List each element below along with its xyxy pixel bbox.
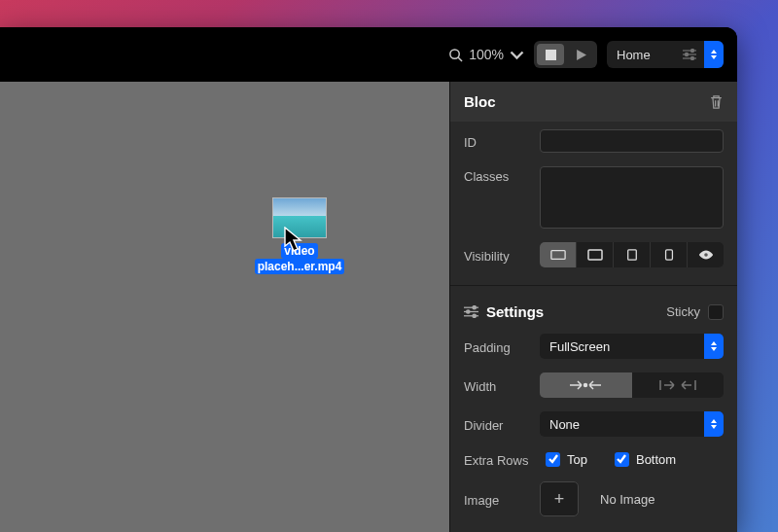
bottom-checkbox[interactable]: Bottom xyxy=(615,452,676,467)
width-row: Width xyxy=(464,372,724,398)
svg-point-9 xyxy=(690,56,693,59)
svg-point-14 xyxy=(704,253,708,257)
settings-sliders-icon xyxy=(464,305,478,318)
image-label: Image xyxy=(464,490,528,508)
dragged-file[interactable]: video placeh...er.mp4 xyxy=(246,197,353,274)
inspector-sidebar: Bloc ID Classes Visibility xyxy=(449,82,737,532)
id-label: ID xyxy=(464,132,528,150)
classes-label: Classes xyxy=(464,166,528,184)
sticky-checkbox[interactable] xyxy=(708,304,724,320)
svg-point-21 xyxy=(584,384,587,387)
visibility-row: Visibility xyxy=(464,242,724,267)
sticky-label: Sticky xyxy=(666,304,700,319)
settings-sliders-icon xyxy=(683,49,696,60)
vis-phone[interactable] xyxy=(651,242,688,267)
content-area: video placeh...er.mp4 Bloc ID Classes xyxy=(0,82,737,532)
image-well[interactable]: + xyxy=(540,481,579,516)
svg-point-20 xyxy=(473,314,476,317)
width-outward[interactable] xyxy=(632,372,725,398)
panel-title: Bloc xyxy=(464,93,496,110)
svg-rect-10 xyxy=(550,251,564,260)
svg-rect-2 xyxy=(546,50,556,60)
width-label: Width xyxy=(464,376,528,394)
id-input[interactable] xyxy=(540,129,724,153)
padding-row: Padding FullScreen xyxy=(464,334,724,359)
svg-rect-11 xyxy=(588,250,602,260)
divider-label: Divider xyxy=(464,415,528,433)
zoom-control[interactable]: 100% xyxy=(448,47,524,62)
bloc-panel: ID Classes Visibility xyxy=(450,122,737,532)
stop-button[interactable] xyxy=(537,44,564,65)
image-row: Image + No Image xyxy=(464,481,724,516)
page-selector[interactable]: Home xyxy=(607,41,724,68)
checkbox-checked-icon xyxy=(615,452,629,467)
settings-title: Settings xyxy=(486,303,544,320)
stepper-arrows-icon xyxy=(704,41,724,68)
svg-rect-12 xyxy=(627,250,636,260)
svg-line-1 xyxy=(459,57,463,61)
checkbox-checked-icon xyxy=(546,452,560,467)
visibility-segment xyxy=(540,242,724,267)
image-value: No Image xyxy=(600,492,654,507)
padding-label: Padding xyxy=(464,337,528,355)
app-window: 100% Home video xyxy=(0,27,737,532)
divider-select[interactable]: None xyxy=(540,411,724,437)
settings-header: Settings Sticky xyxy=(464,303,724,320)
classes-input[interactable] xyxy=(540,166,724,229)
canvas[interactable]: video placeh...er.mp4 xyxy=(0,82,449,532)
vis-tablet-landscape[interactable] xyxy=(577,242,614,267)
preview-mode-segment xyxy=(534,41,597,68)
trash-icon[interactable] xyxy=(709,94,724,110)
padding-select[interactable]: FullScreen xyxy=(540,334,724,359)
width-inward[interactable] xyxy=(540,372,632,398)
svg-point-19 xyxy=(467,310,470,313)
top-checkbox[interactable]: Top xyxy=(546,452,587,467)
bottom-label: Bottom xyxy=(636,452,676,467)
vis-preview[interactable] xyxy=(688,242,724,267)
svg-point-18 xyxy=(473,306,476,309)
cursor-icon xyxy=(284,227,303,254)
extra-rows-row: Extra Rows Top Bottom xyxy=(464,450,724,468)
svg-marker-3 xyxy=(577,50,586,60)
top-label: Top xyxy=(567,452,587,467)
chevron-down-icon xyxy=(510,48,524,62)
play-button[interactable] xyxy=(567,44,594,65)
vis-desktop[interactable] xyxy=(540,242,577,267)
divider-row: Divider None xyxy=(464,411,724,437)
svg-rect-13 xyxy=(665,250,672,260)
stepper-arrows-icon xyxy=(704,411,724,437)
search-icon xyxy=(448,48,463,62)
padding-value: FullScreen xyxy=(549,339,704,354)
svg-point-7 xyxy=(690,49,693,52)
stepper-arrows-icon xyxy=(704,334,724,359)
visibility-label: Visibility xyxy=(464,246,528,264)
toolbar: 100% Home xyxy=(0,27,737,82)
svg-point-0 xyxy=(450,49,459,57)
page-selector-value: Home xyxy=(617,48,675,62)
vis-tablet-portrait[interactable] xyxy=(614,242,651,267)
width-segment xyxy=(540,372,724,398)
panel-header: Bloc xyxy=(450,82,737,122)
id-row: ID xyxy=(464,129,724,153)
sticky-toggle[interactable]: Sticky xyxy=(666,304,724,320)
extra-rows-label: Extra Rows xyxy=(464,450,534,468)
divider-value: None xyxy=(549,417,704,432)
classes-row: Classes xyxy=(464,166,724,229)
svg-point-8 xyxy=(685,53,688,55)
zoom-value: 100% xyxy=(469,47,504,62)
divider-line xyxy=(450,285,737,286)
